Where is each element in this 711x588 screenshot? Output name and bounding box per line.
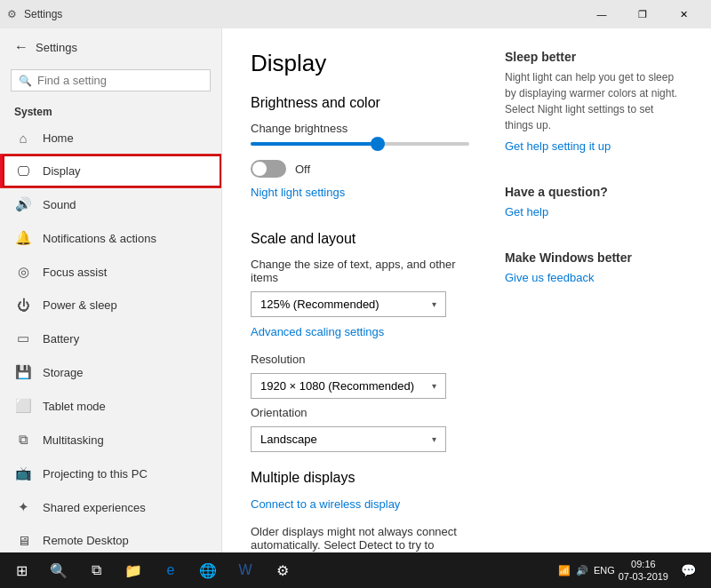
sound-icon: 🔊 (14, 196, 32, 212)
search-input[interactable] (37, 74, 203, 87)
resolution-dropdown-arrow: ▾ (432, 381, 436, 391)
sidebar-item-label: Storage (43, 366, 84, 379)
sidebar-item-label: Remote Desktop (43, 534, 129, 547)
slider-thumb[interactable] (371, 137, 385, 151)
sidebar-item-home[interactable]: ⌂ Home (0, 122, 221, 155)
night-light-settings-link[interactable]: Night light settings (251, 186, 345, 199)
restore-button[interactable]: ❐ (622, 0, 663, 28)
minimize-button[interactable]: — (581, 0, 622, 28)
word-button[interactable]: W (228, 552, 263, 588)
projecting-icon: 📺 (14, 465, 32, 481)
windows-better-section: Make Windows better Give us feedback (505, 250, 683, 298)
scale-section-title: Scale and layout (251, 231, 469, 247)
question-section: Have a question? Get help (505, 185, 683, 233)
feedback-link[interactable]: Give us feedback (505, 271, 594, 284)
multiple-displays-section: Multiple displays Connect to a wireless … (251, 470, 469, 552)
slider-track (251, 142, 469, 146)
title-bar-title: Settings (24, 8, 62, 20)
resolution-dropdown-value: 1920 × 1080 (Recommended) (260, 379, 414, 393)
search-taskbar-button[interactable]: 🔍 (41, 552, 76, 588)
main-content-area: Display Brightness and color Change brig… (222, 28, 711, 552)
title-bar-left: ⚙ Settings (7, 8, 62, 20)
system-tray: 📶 🔊 ENG (558, 565, 615, 576)
taskbar-clock: 09:16 07-03-2019 (619, 558, 668, 584)
sidebar-item-remote[interactable]: 🖥 Remote Desktop (0, 524, 221, 552)
app-body: ← Settings 🔍 System ⌂ Home 🖵 Display 🔊 S… (0, 28, 711, 552)
title-bar: ⚙ Settings — ❐ ✕ (0, 0, 711, 28)
sidebar-item-tablet[interactable]: ⬜ Tablet mode (0, 389, 221, 423)
shared-icon: ✦ (14, 499, 32, 515)
sleep-better-text: Night light can help you get to sleep by… (505, 69, 683, 133)
back-arrow-icon: ← (14, 39, 28, 55)
settings-app-icon: ⚙ (7, 8, 17, 20)
right-panel: Sleep better Night light can help you ge… (505, 50, 683, 531)
settings-taskbar-button[interactable]: ⚙ (265, 552, 300, 588)
remote-icon: 🖥 (14, 533, 32, 548)
sidebar-app-title: Settings (36, 41, 77, 54)
night-light-toggle[interactable] (251, 160, 286, 178)
file-explorer-button[interactable]: 📁 (116, 552, 151, 588)
battery-icon: ▭ (14, 330, 32, 346)
tablet-icon: ⬜ (14, 398, 32, 414)
sidebar-item-label: Focus assist (43, 266, 107, 279)
taskbar-left: ⊞ 🔍 ⧉ 📁 e 🌐 W ⚙ (4, 552, 300, 588)
sidebar-item-label: Projecting to this PC (43, 467, 148, 481)
search-icon: 🔍 (19, 75, 32, 87)
orientation-dropdown-arrow: ▾ (432, 434, 436, 444)
task-view-button[interactable]: ⧉ (78, 552, 114, 588)
connect-wireless-link[interactable]: Connect to a wireless display (251, 497, 400, 511)
sidebar-item-focus[interactable]: ◎ Focus assist (0, 255, 221, 289)
size-dropdown-arrow: ▾ (432, 299, 436, 309)
sidebar-item-battery[interactable]: ▭ Battery (0, 322, 221, 355)
start-button[interactable]: ⊞ (4, 552, 39, 588)
sidebar-item-storage[interactable]: 💾 Storage (0, 355, 221, 389)
sidebar-item-shared[interactable]: ✦ Shared experiences (0, 490, 221, 524)
sidebar-item-label: Multitasking (43, 433, 104, 447)
sidebar-back-button[interactable]: ← Settings (0, 28, 221, 66)
edge-button[interactable]: e (153, 552, 188, 588)
lang-indicator: ENG (594, 565, 615, 576)
volume-icon: 🔊 (576, 565, 588, 576)
close-button[interactable]: ✕ (663, 0, 704, 28)
toggle-knob (252, 162, 267, 176)
change-brightness-label: Change brightness (251, 122, 469, 135)
home-icon: ⌂ (14, 131, 32, 146)
sidebar-item-power[interactable]: ⏻ Power & sleep (0, 289, 221, 322)
advanced-scaling-link[interactable]: Advanced scaling settings (251, 325, 384, 338)
resolution-label: Resolution (251, 353, 469, 366)
orientation-dropdown-value: Landscape (260, 433, 317, 446)
sidebar-item-multitasking[interactable]: ⧉ Multitasking (0, 423, 221, 457)
notification-center-button[interactable]: 💬 (672, 552, 704, 588)
size-dropdown[interactable]: 125% (Recommended) ▾ (251, 291, 446, 317)
chrome-button[interactable]: 🌐 (190, 552, 226, 588)
display-icon: 🖵 (14, 163, 32, 179)
sidebar-item-label: Sound (43, 198, 76, 211)
taskbar-time-value: 09:16 (619, 558, 668, 570)
brightness-slider[interactable] (251, 142, 469, 146)
sidebar-item-label: Shared experiences (43, 501, 146, 514)
search-box[interactable]: 🔍 (11, 69, 211, 91)
multitasking-icon: ⧉ (14, 432, 32, 448)
taskbar: ⊞ 🔍 ⧉ 📁 e 🌐 W ⚙ 📶 🔊 ENG 09:16 07-03-2019… (0, 552, 711, 588)
multiple-displays-title: Multiple displays (251, 470, 469, 486)
brightness-section-title: Brightness and color (251, 95, 469, 111)
question-title: Have a question? (505, 185, 683, 199)
size-label: Change the size of text, apps, and other… (251, 258, 469, 284)
get-help-link[interactable]: Get help (505, 205, 548, 219)
brightness-color-section: Brightness and color Change brightness O… (251, 95, 469, 213)
resolution-dropdown[interactable]: 1920 × 1080 (Recommended) ▾ (251, 373, 446, 399)
sleep-better-link[interactable]: Get help setting it up (505, 139, 611, 153)
sleep-better-section: Sleep better Night light can help you ge… (505, 50, 683, 167)
orientation-dropdown[interactable]: Landscape ▾ (251, 426, 446, 452)
multiple-displays-description: Older displays might not always connect … (251, 525, 469, 552)
sidebar-item-notifications[interactable]: 🔔 Notifications & actions (0, 221, 221, 255)
sidebar-item-projecting[interactable]: 📺 Projecting to this PC (0, 457, 221, 490)
sidebar-item-label: Notifications & actions (43, 232, 156, 245)
taskbar-date-value: 07-03-2019 (619, 570, 668, 583)
sidebar-item-label: Tablet mode (43, 400, 106, 413)
page-title: Display (251, 50, 469, 77)
sidebar-item-display[interactable]: 🖵 Display (0, 155, 221, 187)
orientation-label: Orientation (251, 406, 469, 419)
sidebar-item-sound[interactable]: 🔊 Sound (0, 187, 221, 221)
network-icon: 📶 (558, 565, 571, 576)
